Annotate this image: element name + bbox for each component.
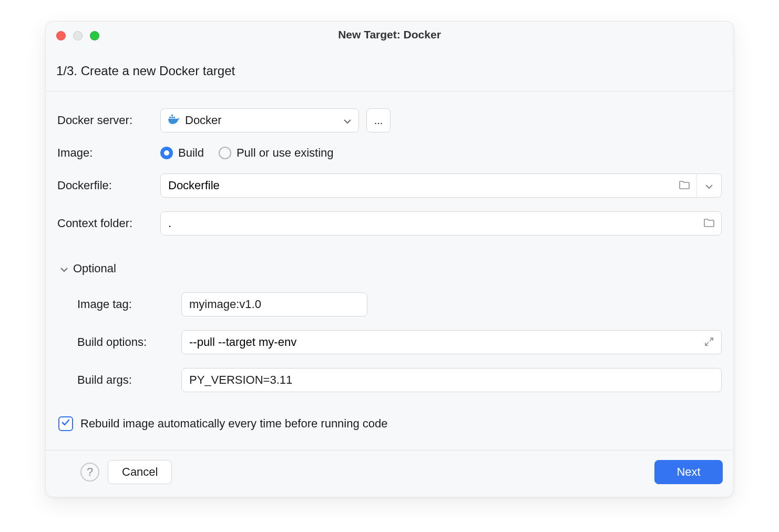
image-tag-row: Image tag: <box>57 292 722 316</box>
image-mode-pull-radio[interactable]: Pull or use existing <box>219 146 334 160</box>
context-folder-field <box>160 211 722 236</box>
help-button[interactable]: ? <box>80 463 99 482</box>
chevron-down-icon <box>344 114 351 127</box>
build-args-input[interactable] <box>181 368 722 392</box>
minimize-window-button[interactable] <box>73 31 83 40</box>
optional-section-toggle[interactable]: Optional <box>57 249 722 279</box>
footer: ? Cancel Next <box>46 451 733 497</box>
svg-rect-3 <box>173 117 175 118</box>
context-folder-input[interactable] <box>161 212 697 235</box>
image-tag-label: Image tag: <box>57 298 172 311</box>
dockerfile-input[interactable] <box>161 174 672 197</box>
image-mode-row: Image: Build Pull or use existing <box>57 146 722 160</box>
svg-rect-1 <box>171 117 173 118</box>
image-tag-input[interactable] <box>181 292 367 316</box>
docker-server-value: Docker <box>185 114 222 127</box>
chevron-down-icon <box>705 179 713 192</box>
radio-dot-icon <box>219 147 231 159</box>
build-options-label: Build options: <box>57 335 172 349</box>
chevron-down-icon <box>60 262 68 275</box>
zoom-window-button[interactable] <box>90 31 99 40</box>
image-mode-radio-group: Build Pull or use existing <box>160 146 334 160</box>
dockerfile-browse-button[interactable] <box>672 174 696 197</box>
titlebar: New Target: Docker <box>46 22 733 48</box>
build-options-expand-button[interactable] <box>697 331 721 354</box>
image-mode-build-label: Build <box>178 146 204 160</box>
context-folder-row: Context folder: <box>57 211 722 236</box>
build-options-input[interactable] <box>182 331 697 354</box>
dockerfile-label: Dockerfile: <box>57 179 151 192</box>
next-button[interactable]: Next <box>654 460 723 484</box>
docker-server-label: Docker server: <box>57 114 151 127</box>
auto-rebuild-checkbox[interactable] <box>58 416 73 431</box>
dockerfile-field <box>160 173 722 198</box>
build-options-field <box>181 330 722 354</box>
docker-server-select[interactable]: Docker <box>160 108 359 132</box>
build-args-row: Build args: <box>57 368 722 392</box>
step-heading: 1/3. Create a new Docker target <box>46 48 733 91</box>
form: Docker server: <box>46 91 733 450</box>
window-controls <box>56 31 99 40</box>
svg-rect-2 <box>171 115 173 116</box>
context-folder-browse-button[interactable] <box>697 212 721 235</box>
close-window-button[interactable] <box>56 31 66 40</box>
radio-dot-icon <box>160 147 173 159</box>
build-options-row: Build options: <box>57 330 722 354</box>
checkmark-icon <box>61 417 70 431</box>
build-args-label: Build args: <box>57 373 172 387</box>
image-mode-build-radio[interactable]: Build <box>160 146 204 160</box>
folder-icon <box>704 217 714 230</box>
auto-rebuild-row: Rebuild image automatically every time b… <box>57 406 722 446</box>
optional-section-label: Optional <box>73 262 116 275</box>
dockerfile-history-button[interactable] <box>697 174 721 197</box>
svg-rect-0 <box>169 117 171 118</box>
context-folder-label: Context folder: <box>57 217 151 230</box>
docker-server-row: Docker server: <box>57 108 722 132</box>
expand-icon <box>705 335 713 349</box>
docker-icon <box>168 114 180 127</box>
cancel-button[interactable]: Cancel <box>108 460 172 484</box>
dialog-window: New Target: Docker 1/3. Create a new Doc… <box>45 21 734 497</box>
dockerfile-row: Dockerfile: <box>57 173 722 198</box>
image-label: Image: <box>57 146 151 160</box>
dialog-title: New Target: Docker <box>338 28 441 41</box>
auto-rebuild-label: Rebuild image automatically every time b… <box>80 417 388 431</box>
docker-server-more-button[interactable]: ... <box>366 108 391 132</box>
image-mode-pull-label: Pull or use existing <box>237 146 334 160</box>
folder-icon <box>679 179 690 192</box>
